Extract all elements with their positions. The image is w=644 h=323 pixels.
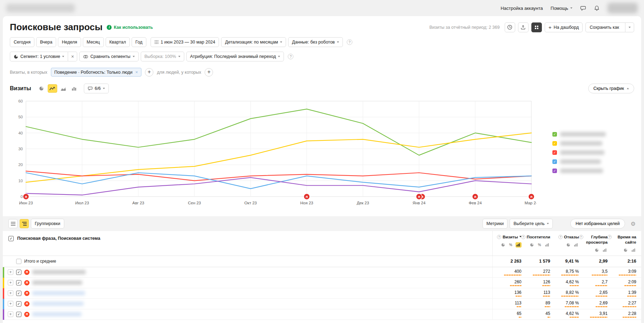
- compare-segments-button[interactable]: Сравнить сегменты: [79, 52, 138, 61]
- period-button-0[interactable]: Сегодня: [10, 37, 34, 47]
- metric-cell: 126: [522, 279, 550, 286]
- legend-item[interactable]: ✓: [552, 159, 606, 164]
- bars-view-icon[interactable]: [602, 248, 608, 253]
- metric-value: 2,7: [602, 279, 608, 284]
- legend-checkbox[interactable]: ✓: [552, 150, 557, 155]
- chart-type-pie-button[interactable]: [37, 84, 46, 93]
- visits-line-chart[interactable]: 0102030405060Июн 23Июл 23Авг 23Сен 23Окт…: [10, 98, 536, 207]
- expand-row-button[interactable]: +: [8, 301, 13, 306]
- help-menu[interactable]: Помощь: [551, 6, 572, 11]
- row-checkbox[interactable]: ✓: [16, 301, 21, 306]
- metric-heatbar: [504, 275, 522, 276]
- notifications-bell-icon[interactable]: [594, 5, 600, 11]
- pie-view-icon[interactable]: [529, 242, 535, 248]
- attribution-select[interactable]: Атрибуция: Последний значимый переход: [186, 52, 284, 61]
- period-button-5[interactable]: Год: [132, 37, 146, 47]
- pie-view-icon[interactable]: [500, 242, 506, 248]
- add-to-dashboard-button[interactable]: + На дашборд: [545, 22, 583, 32]
- period-button-3[interactable]: Месяц: [83, 37, 104, 47]
- legend-checkbox[interactable]: ✓: [552, 132, 557, 137]
- chart-type-line-button[interactable]: [48, 84, 57, 93]
- percent-view-icon[interactable]: %: [508, 242, 514, 248]
- legend-checkbox[interactable]: ✓: [552, 141, 557, 146]
- segment-condition-chip[interactable]: Поведение · Роботность: Только люди ×: [51, 68, 141, 77]
- choose-goal-select[interactable]: Выберите цель: [510, 219, 553, 229]
- pie-view-icon[interactable]: [594, 248, 600, 253]
- period-button-1[interactable]: Вчера: [36, 37, 56, 47]
- save-as-dropdown[interactable]: [625, 23, 634, 32]
- groupings-button[interactable]: Группировки: [31, 219, 64, 229]
- totals-checkbox[interactable]: [16, 259, 21, 264]
- chat-icon[interactable]: [580, 5, 586, 11]
- export-button[interactable]: [518, 22, 529, 32]
- comments-button[interactable]: 6/6: [84, 84, 109, 93]
- row-checkbox[interactable]: ✓: [16, 291, 21, 296]
- sampling-select[interactable]: Выборка: 100%: [141, 52, 184, 61]
- bars-view-icon[interactable]: [544, 242, 550, 248]
- table-toolbar-right: Метрики Выберите цель Нет избранных целе…: [483, 219, 636, 229]
- report-card: Поисковые запросы i Как использовать Виз…: [3, 16, 641, 323]
- row-checkbox[interactable]: ✓: [16, 312, 21, 317]
- widgets-button[interactable]: [531, 22, 542, 32]
- legend-checkbox[interactable]: ✓: [552, 159, 557, 164]
- percent-view-icon[interactable]: %: [537, 242, 543, 248]
- bars-view-icon[interactable]: [573, 242, 579, 248]
- expand-row-button[interactable]: +: [8, 280, 13, 285]
- totals-row: Итого и средние 2 263 1 579 9,41 % 2,99 …: [3, 256, 641, 267]
- select-all-checkbox[interactable]: ✓: [8, 236, 14, 241]
- metric-value: 2,65: [599, 290, 608, 295]
- metric-value: 4,62 %: [566, 279, 579, 284]
- history-button[interactable]: [505, 22, 515, 32]
- help-icon[interactable]: ?: [288, 54, 293, 59]
- legend-item[interactable]: ✓: [552, 132, 606, 137]
- row-color-stripe: [3, 278, 4, 288]
- row-checkbox[interactable]: ✓: [16, 270, 21, 275]
- expand-row-button[interactable]: +: [8, 290, 13, 296]
- favorite-goals-button[interactable]: Нет избранных целей: [570, 219, 625, 229]
- row-checkbox[interactable]: ✓: [16, 280, 21, 285]
- segment-clear-button[interactable]: ×: [68, 52, 77, 61]
- bars-view-icon[interactable]: [516, 242, 522, 248]
- account-avatar[interactable]: [608, 3, 638, 13]
- how-to-use-link[interactable]: i Как использовать: [107, 25, 153, 30]
- yandex-favicon-icon: Я: [24, 291, 29, 296]
- yandex-favicon-icon: Я: [24, 270, 29, 275]
- legend-checkbox[interactable]: ✓: [552, 169, 557, 173]
- chevron-down-icon: [133, 56, 135, 57]
- legend-item[interactable]: ✓: [552, 150, 606, 155]
- pie-view-icon[interactable]: [623, 248, 629, 253]
- chart-type-area-button[interactable]: [59, 84, 68, 93]
- tree-view-button[interactable]: [20, 219, 29, 228]
- period-button-4[interactable]: Квартал: [106, 37, 130, 47]
- metric-value: 8,75 %: [566, 269, 579, 274]
- metrics-button[interactable]: Метрики: [483, 219, 507, 229]
- data-mode-select[interactable]: Данные: без роботов: [288, 37, 343, 47]
- chevron-up-icon: [627, 88, 629, 89]
- table-row[interactable]: +✓Я2601264,62 %2,72:09: [3, 278, 641, 288]
- table-row[interactable]: +✓Я113897,08 %2,692:27: [3, 299, 641, 309]
- flat-list-view-button[interactable]: [8, 219, 18, 228]
- gear-icon[interactable]: ⚙: [631, 220, 636, 227]
- detalization-select[interactable]: Детализация: по месяцам: [221, 37, 286, 47]
- metric-heatbar: [623, 306, 636, 307]
- expand-row-button[interactable]: +: [8, 269, 13, 275]
- add-people-condition-button[interactable]: +: [205, 68, 213, 77]
- date-range-button[interactable]: 1 июн 2023 — 30 мар 2024: [151, 37, 219, 47]
- hide-chart-button[interactable]: Скрыть график: [588, 84, 634, 93]
- account-settings-link[interactable]: Настройка аккаунта: [500, 6, 543, 11]
- bars-view-icon[interactable]: [630, 248, 636, 253]
- table-row[interactable]: +✓Я1361138,82 %2,651:39: [3, 288, 641, 299]
- table-row[interactable]: +✓Я4002728,75 %3,53:09: [3, 267, 641, 278]
- period-button-2[interactable]: Неделя: [58, 37, 81, 47]
- expand-row-button[interactable]: +: [8, 311, 13, 317]
- help-icon[interactable]: ?: [347, 39, 352, 45]
- pie-view-icon[interactable]: [565, 242, 571, 248]
- legend-item[interactable]: ✓: [552, 169, 606, 173]
- chart-type-columns-button[interactable]: [69, 84, 79, 93]
- remove-condition-icon[interactable]: ×: [135, 70, 138, 75]
- add-visit-condition-button[interactable]: +: [145, 68, 153, 77]
- legend-item[interactable]: ✓: [552, 141, 606, 146]
- segment-button[interactable]: Сегмент: 1 условие: [10, 52, 68, 61]
- save-as-button[interactable]: Сохранить как: [585, 22, 634, 32]
- table-row[interactable]: +✓Я65454,62 %3,912:28: [3, 309, 641, 320]
